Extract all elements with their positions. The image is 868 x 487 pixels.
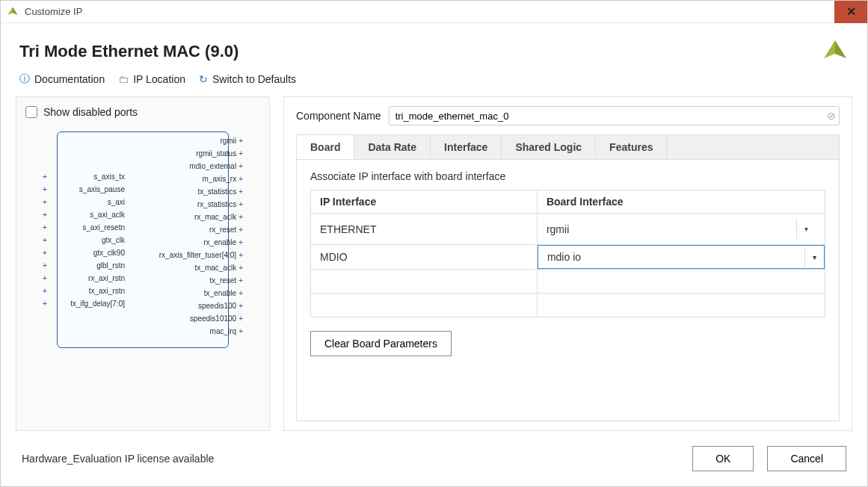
documentation-label: Documentation — [34, 73, 105, 85]
ok-button[interactable]: OK — [692, 446, 754, 471]
show-disabled-ports-checkbox[interactable]: Show disabled ports — [25, 106, 260, 118]
port-right: tx_enable+ — [132, 289, 243, 297]
titlebar: Customize IP ✕ — [1, 1, 867, 23]
ip-block-diagram: rgmii+rgmii_status+mdio_external+m_axis_… — [57, 131, 229, 348]
footer-buttons: OK Cancel — [692, 446, 846, 471]
port-right: rgmii+ — [132, 137, 243, 145]
ip-location-link[interactable]: 🗀 IP Location — [118, 73, 185, 85]
board-interface-cell: mdio io▾ — [537, 245, 825, 270]
port-right: mdio_external+ — [132, 162, 243, 170]
table-row-empty — [311, 270, 825, 294]
port-left: +glbl_rstn — [43, 261, 125, 270]
tab-content-board: Associate IP interface with board interf… — [296, 159, 840, 421]
cancel-button[interactable]: Cancel — [767, 446, 846, 471]
component-name-input-wrap: ⊘ — [389, 106, 840, 125]
vendor-logo — [822, 38, 849, 65]
ip-interface-cell: ETHERNET — [311, 214, 538, 245]
column-ip-interface: IP Interface — [311, 190, 538, 214]
tabs: BoardData RateInterfaceShared LogicFeatu… — [296, 134, 840, 159]
board-interface-cell: rgmii▾ — [537, 214, 825, 245]
tab-description: Associate IP interface with board interf… — [310, 170, 825, 182]
block-diagram-panel: Show disabled ports rgmii+rgmii_status+m… — [16, 96, 270, 431]
port-left: +s_axi_resetn — [43, 223, 125, 232]
tab-data-rate[interactable]: Data Rate — [354, 135, 431, 159]
main-area: Show disabled ports rgmii+rgmii_status+m… — [1, 96, 867, 431]
header: Tri Mode Ethernet MAC (9.0) — [1, 23, 867, 72]
actions-bar: ⓘ Documentation 🗀 IP Location ↻ Switch t… — [1, 72, 867, 96]
customize-ip-window: Customize IP ✕ Tri Mode Ethernet MAC (9.… — [0, 0, 868, 487]
table-row: ETHERNETrgmii▾ — [311, 214, 825, 245]
tab-interface[interactable]: Interface — [431, 135, 502, 159]
clear-input-icon[interactable]: ⊘ — [827, 110, 836, 122]
port-left: +gtx_clk90 — [43, 249, 125, 257]
port-right: rx_reset+ — [132, 226, 243, 234]
column-board-interface: Board Interface — [537, 190, 825, 214]
switch-defaults-label: Switch to Defaults — [212, 73, 296, 85]
port-left: +rx_axi_rstn — [43, 274, 125, 282]
dropdown-value: mdio io — [547, 251, 581, 263]
component-name-row: Component Name ⊘ — [296, 106, 840, 125]
table-row-empty — [311, 294, 825, 317]
port-left: +tx_axi_rstn — [43, 287, 125, 295]
footer: Hardware_Evaluation IP license available… — [1, 431, 867, 486]
window-title: Customize IP — [25, 6, 834, 17]
dropdown-value: rgmii — [547, 223, 569, 235]
board-interface-dropdown[interactable]: rgmii▾ — [538, 214, 825, 244]
port-left: +s_axis_tx — [43, 173, 125, 181]
port-left: +tx_ifg_delay[7:0] — [43, 300, 125, 308]
port-right: tx_statistics+ — [132, 187, 243, 196]
checkbox-label: Show disabled ports — [43, 106, 138, 118]
checkbox-box — [25, 106, 37, 118]
dropdown-caret-button[interactable]: ▾ — [804, 245, 825, 269]
port-left: +s_axi — [43, 198, 125, 206]
page-title: Tri Mode Ethernet MAC (9.0) — [19, 42, 238, 61]
port-right: rx_statistics+ — [132, 200, 243, 208]
port-right: m_axis_rx+ — [132, 175, 243, 183]
component-name-input[interactable] — [395, 107, 818, 125]
port-right: tx_mac_aclk+ — [132, 264, 243, 272]
port-right: tx_reset+ — [132, 276, 243, 285]
interface-table: IP Interface Board Interface ETHERNETrgm… — [310, 190, 825, 317]
tab-board[interactable]: Board — [297, 135, 354, 159]
close-button[interactable]: ✕ — [834, 1, 867, 23]
license-status: Hardware_Evaluation IP license available — [22, 453, 214, 465]
port-right: speedis100+ — [132, 302, 243, 310]
port-right: rgmii_status+ — [132, 149, 243, 158]
tab-features[interactable]: Features — [596, 135, 667, 159]
chevron-down-icon: ▾ — [796, 219, 816, 239]
refresh-icon: ↻ — [199, 73, 208, 85]
folder-icon: 🗀 — [118, 73, 129, 85]
info-icon: ⓘ — [19, 72, 30, 86]
port-right: rx_enable+ — [132, 238, 243, 246]
port-left: +s_axis_pause — [43, 185, 125, 193]
port-right: mac_irq+ — [132, 327, 243, 335]
port-left: +s_axi_aclk — [43, 211, 125, 219]
component-name-label: Component Name — [296, 110, 381, 122]
clear-board-parameters-button[interactable]: Clear Board Parameters — [310, 331, 452, 356]
app-icon — [7, 6, 19, 18]
ip-interface-cell: MDIO — [311, 245, 538, 270]
ip-location-label: IP Location — [133, 73, 185, 85]
port-right: speedis10100+ — [132, 314, 243, 323]
tab-shared-logic[interactable]: Shared Logic — [502, 135, 596, 159]
board-interface-dropdown[interactable]: mdio io — [538, 245, 825, 269]
port-right: rx_mac_aclk+ — [132, 213, 243, 221]
table-row: MDIOmdio io▾ — [311, 245, 825, 270]
port-right: rx_axis_filter_tuser[4:0]+ — [132, 251, 243, 259]
chevron-down-icon: ▾ — [813, 253, 816, 261]
documentation-link[interactable]: ⓘ Documentation — [19, 72, 105, 86]
switch-defaults-link[interactable]: ↻ Switch to Defaults — [199, 73, 296, 85]
config-panel: Component Name ⊘ BoardData RateInterface… — [283, 96, 852, 431]
port-left: +gtx_clk — [43, 236, 125, 244]
